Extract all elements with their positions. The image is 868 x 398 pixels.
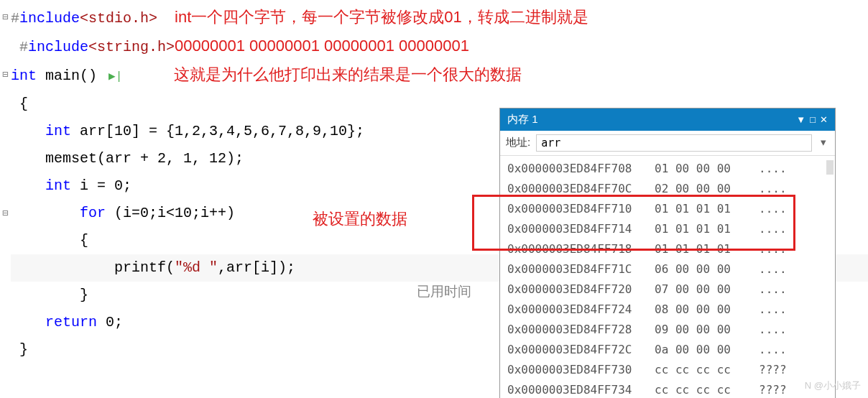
- memory-row: 0x0000003ED84FF72007 00 00 00....: [500, 279, 835, 300]
- memory-panel: 内存 1 ▼ □ ✕ 地址: ▾ 0x0000003ED84FF70801 00…: [499, 108, 836, 398]
- memory-title-text: 内存 1: [507, 111, 538, 128]
- code-line-1: ⊟#include<stdio.h> int一个四个字节，每一个字节被修改成01…: [11, 4, 868, 32]
- maximize-icon[interactable]: □: [810, 113, 816, 127]
- memory-row: 0x0000003ED84FF72809 00 00 00....: [500, 320, 835, 340]
- address-label: 地址:: [506, 134, 530, 151]
- scrollbar[interactable]: [826, 160, 834, 175]
- memory-row: 0x0000003ED84FF70801 00 00 00....: [500, 159, 835, 179]
- memory-row: 0x0000003ED84FF71801 01 01 01....: [500, 239, 835, 259]
- memory-address-row: 地址: ▾: [500, 131, 835, 156]
- memory-row: 0x0000003ED84FF72408 00 00 00....: [500, 300, 835, 320]
- close-icon[interactable]: ✕: [820, 113, 828, 127]
- play-icon[interactable]: ▶|: [108, 70, 122, 83]
- annotation-2: 00000001 00000001 00000001 00000001: [175, 37, 469, 55]
- memory-row: 0x0000003ED84FF70C02 00 00 00....: [500, 179, 835, 199]
- code-line-2: #include<string.h>00000001 00000001 0000…: [11, 32, 868, 61]
- memory-row: 0x0000003ED84FF72C0a 00 00 00....: [500, 340, 835, 360]
- memory-row: 0x0000003ED84FF71C06 00 00 00....: [500, 259, 835, 279]
- address-dropdown-icon[interactable]: ▾: [818, 134, 829, 151]
- address-input[interactable]: [536, 134, 812, 152]
- annotation-3: 这就是为什么他打印出来的结果是一个很大的数据: [174, 65, 522, 83]
- memory-row: 0x0000003ED84FF734cc cc cc cc????: [500, 380, 835, 399]
- set-data-label: 被设置的数据: [313, 208, 407, 230]
- elapsed-time-label: 已用时间: [417, 282, 471, 301]
- dropdown-icon[interactable]: ▼: [796, 113, 805, 127]
- code-line-3: ⊟int main() ▶| 这就是为什么他打印出来的结果是一个很大的数据: [11, 61, 868, 91]
- memory-rows: 0x0000003ED84FF70801 00 00 00....0x00000…: [500, 156, 835, 399]
- memory-panel-title: 内存 1 ▼ □ ✕: [500, 108, 835, 131]
- memory-row: 0x0000003ED84FF71401 01 01 01....: [500, 219, 835, 239]
- watermark: N @小小娥子: [805, 379, 861, 392]
- memory-row: 0x0000003ED84FF71001 01 01 01....: [500, 199, 835, 219]
- annotation-1: int一个四个字节，每一个字节被修改成01，转成二进制就是: [175, 8, 588, 26]
- memory-row: 0x0000003ED84FF730cc cc cc cc????: [500, 360, 835, 380]
